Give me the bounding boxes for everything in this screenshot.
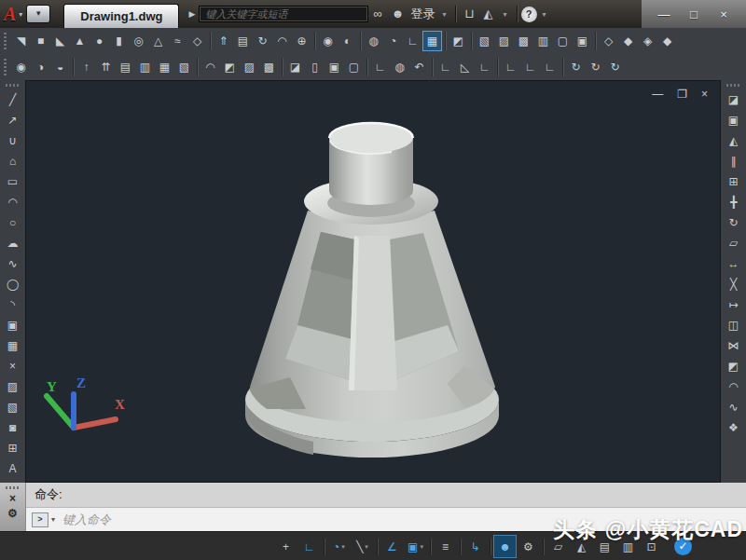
- sign-in-dropdown-icon[interactable]: ▾: [442, 10, 446, 19]
- move-face-icon[interactable]: ▧: [475, 31, 494, 51]
- construction-line-icon[interactable]: ↗: [2, 110, 24, 130]
- torus-icon[interactable]: ◎: [129, 31, 148, 51]
- circle-icon[interactable]: ○: [2, 212, 24, 233]
- region-icon[interactable]: ◙: [2, 417, 24, 438]
- break-icon[interactable]: ◫: [723, 315, 745, 335]
- spline-icon[interactable]: ∿: [2, 253, 24, 274]
- drawing-tab[interactable]: Drawing1.dwg: [63, 4, 179, 28]
- visual-style-hidden-icon[interactable]: ◆: [618, 31, 638, 51]
- intersect-icon[interactable]: ◒: [50, 57, 70, 77]
- planar-surface-icon[interactable]: ◇: [187, 31, 207, 51]
- lineweight-icon[interactable]: ≡: [434, 535, 457, 558]
- sign-in-button[interactable]: 登录: [410, 6, 435, 22]
- ucs-world-icon[interactable]: ∟: [370, 57, 390, 77]
- extract-edges-icon[interactable]: ▤: [116, 57, 135, 77]
- taper-face-icon[interactable]: ▩: [514, 31, 533, 51]
- model-space-viewport[interactable]: — ❐ ×: [25, 80, 721, 483]
- close-button[interactable]: ×: [709, 7, 739, 21]
- visual-style-wireframe-icon[interactable]: ◇: [599, 31, 618, 51]
- fillet-icon[interactable]: ◠: [723, 376, 745, 397]
- join-icon[interactable]: ⋈: [723, 335, 745, 356]
- ucs-origin-icon[interactable]: ∟: [435, 57, 455, 77]
- drawing-close-button[interactable]: ×: [701, 88, 708, 101]
- polysolid-icon[interactable]: ◥: [11, 31, 31, 51]
- gradient-icon[interactable]: ▧: [2, 397, 24, 417]
- rotate-icon[interactable]: ↻: [723, 212, 745, 233]
- maximize-button[interactable]: □: [679, 7, 709, 21]
- pyramid-icon[interactable]: △: [148, 31, 168, 51]
- ucs-rotate-x-icon[interactable]: ↻: [566, 57, 586, 77]
- fillet-edge-icon[interactable]: ◠: [200, 57, 220, 77]
- chamfer-edge-icon[interactable]: ◩: [220, 57, 240, 77]
- search-flyout-icon[interactable]: ▶: [188, 9, 195, 19]
- command-prompt-dropdown-icon[interactable]: ▾: [51, 515, 55, 524]
- thicken-icon[interactable]: ▯: [305, 57, 325, 77]
- dropdown-arrow-icon[interactable]: ▾: [341, 543, 345, 551]
- a360-icon[interactable]: ◭: [484, 1, 493, 27]
- copy-icon[interactable]: ▣: [723, 110, 745, 130]
- delete-face-icon[interactable]: ▢: [553, 31, 573, 51]
- free-orbit-icon[interactable]: ◔: [383, 31, 403, 51]
- multiline-text-icon[interactable]: A: [2, 458, 24, 479]
- sweep-icon[interactable]: ◠: [272, 31, 292, 51]
- dropdown-arrow-icon[interactable]: ▾: [420, 543, 423, 551]
- trim-icon[interactable]: ╳: [723, 274, 745, 294]
- interference-union-icon[interactable]: ◉: [318, 31, 338, 51]
- isometric-drafting-icon[interactable]: ╲▾: [351, 535, 374, 558]
- cone-icon[interactable]: ▲: [70, 31, 90, 51]
- command-customize-icon[interactable]: ⚙: [7, 506, 18, 521]
- grid-display-icon[interactable]: ∟: [297, 535, 321, 558]
- mirror-icon[interactable]: ◭: [723, 130, 745, 151]
- toolbar-grip[interactable]: [6, 84, 21, 87]
- section-plane-icon[interactable]: ◩: [449, 31, 468, 51]
- extrude-icon[interactable]: ⇑: [214, 31, 233, 51]
- selection-cycling-icon[interactable]: ↳: [463, 535, 487, 558]
- toolbar-grip[interactable]: [726, 84, 741, 87]
- polyline-icon[interactable]: ∪: [2, 130, 24, 151]
- ellipse-icon[interactable]: ◯: [2, 274, 24, 294]
- ucs-display-icon[interactable]: ∟: [403, 31, 422, 51]
- color-faces-icon[interactable]: ▨: [240, 57, 259, 77]
- erase-icon[interactable]: ◪: [723, 89, 745, 110]
- copy-face-icon[interactable]: ▥: [533, 31, 553, 51]
- imprint-icon[interactable]: ▥: [135, 57, 155, 77]
- helix-icon[interactable]: ≈: [168, 31, 187, 51]
- app-menu-button[interactable]: A ▾: [0, 0, 26, 28]
- copy-faces-icon[interactable]: ▩: [259, 57, 279, 77]
- ucs-y-icon[interactable]: ∟: [520, 57, 540, 77]
- ucs-x-icon[interactable]: ∟: [501, 57, 520, 77]
- quick-access-toggle-button[interactable]: ▾: [26, 5, 50, 23]
- offset-icon[interactable]: ∥: [723, 151, 745, 171]
- command-close-icon[interactable]: ×: [9, 491, 16, 506]
- a360-dropdown-icon[interactable]: ▾: [504, 10, 507, 19]
- revision-cloud-icon[interactable]: ☁: [2, 233, 24, 253]
- annotation-monitor-icon[interactable]: ☻: [493, 535, 517, 558]
- offset-face-icon[interactable]: ▨: [494, 31, 514, 51]
- presspull-icon[interactable]: ⊕: [292, 31, 311, 51]
- color-edges-icon[interactable]: ▦: [155, 57, 174, 77]
- cylinder-icon[interactable]: ▮: [109, 31, 129, 51]
- table-icon[interactable]: ⊞: [2, 438, 24, 458]
- move-icon[interactable]: ╋: [723, 192, 745, 212]
- ucs-rotate-y-icon[interactable]: ↻: [586, 57, 605, 77]
- osnap-tracking-icon[interactable]: ∠: [380, 535, 404, 558]
- visual-style-realistic-icon[interactable]: ◆: [657, 31, 677, 51]
- ucs-object-icon[interactable]: ∟: [475, 57, 494, 77]
- help-dropdown-icon[interactable]: ▾: [543, 10, 546, 19]
- convert-to-solid-icon[interactable]: ▣: [325, 57, 344, 77]
- loft-icon[interactable]: ▤: [233, 31, 253, 51]
- interference-subtract-icon[interactable]: ◐: [338, 31, 357, 51]
- help-icon[interactable]: ?: [521, 7, 537, 22]
- box-icon[interactable]: ■: [31, 31, 50, 51]
- object-snap-icon[interactable]: ▣▾: [404, 535, 427, 558]
- blend-curves-icon[interactable]: ∿: [723, 397, 745, 417]
- insert-block-icon[interactable]: ▣: [2, 315, 24, 335]
- visual-style-conceptual-icon[interactable]: ◈: [638, 31, 657, 51]
- array-icon[interactable]: ⊞: [723, 171, 745, 192]
- solid-model-cone-bracket[interactable]: [245, 123, 499, 458]
- point-icon[interactable]: ×: [2, 356, 24, 376]
- polar-tracking-icon[interactable]: ◔▾: [327, 535, 351, 558]
- workspace-switching-icon[interactable]: ⚙: [517, 535, 540, 558]
- stretch-icon[interactable]: ↔: [723, 253, 745, 274]
- dropdown-arrow-icon[interactable]: ▾: [365, 543, 368, 551]
